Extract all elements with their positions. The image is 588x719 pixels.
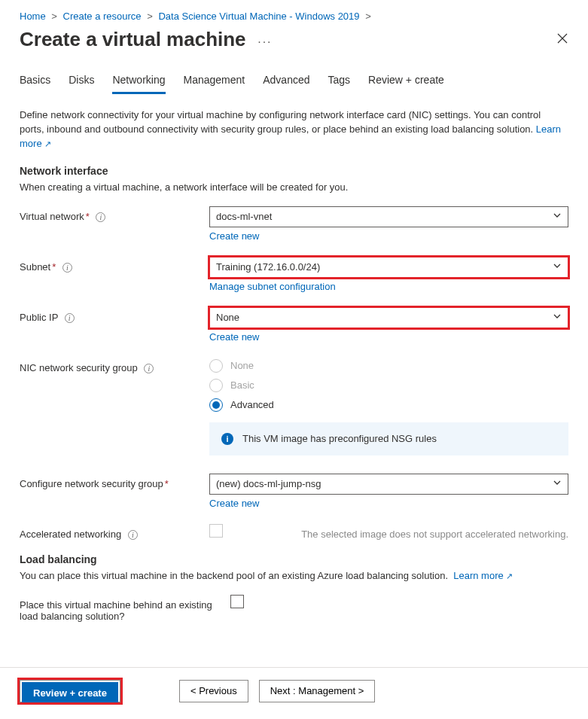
info-icon[interactable]: i <box>128 530 138 540</box>
radio-icon <box>209 379 223 392</box>
section-network-interface-sub: When creating a virtual machine, a netwo… <box>20 181 568 193</box>
cfg-nsg-label: Configure network security group* <box>20 474 209 489</box>
breadcrumb-sep: > <box>147 11 153 22</box>
vnet-label: Virtual network* i <box>20 206 209 222</box>
radio-icon <box>209 398 223 412</box>
external-link-icon: ↗ <box>506 571 513 580</box>
review-create-button[interactable]: Review + create <box>22 682 118 705</box>
accel-checkbox <box>209 524 223 538</box>
info-icon[interactable]: i <box>62 263 72 273</box>
section-network-interface-title: Network interface <box>20 165 568 177</box>
nsg-info-box: i This VM image has preconfigured NSG ru… <box>209 422 568 455</box>
tabs: Basics Disks Networking Management Advan… <box>20 74 568 95</box>
review-create-highlight: Review + create <box>20 680 120 702</box>
lb-checkbox[interactable] <box>230 595 244 608</box>
pip-label: Public IP i <box>20 307 209 323</box>
section-load-balancing-sub: You can place this virtual machine in th… <box>20 570 568 581</box>
nsg-radio-none: None <box>209 359 568 373</box>
radio-icon <box>209 359 223 373</box>
footer-bar: Review + create < Previous Next : Manage… <box>0 667 588 714</box>
tab-advanced[interactable]: Advanced <box>263 74 309 94</box>
tab-basics[interactable]: Basics <box>20 74 50 94</box>
cfg-nsg-select[interactable]: (new) docs-ml-jump-nsg <box>209 474 568 495</box>
chevron-down-icon <box>553 478 562 489</box>
lb-learn-more-link[interactable]: Learn more↗ <box>453 570 512 581</box>
nsg-info-text: This VM image has preconfigured NSG rule… <box>242 433 437 444</box>
info-icon[interactable]: i <box>96 212 105 222</box>
close-button[interactable] <box>556 32 568 47</box>
breadcrumb: Home > Create a resource > Data Science … <box>20 11 568 22</box>
external-link-icon: ↗ <box>44 139 51 148</box>
info-icon[interactable]: i <box>65 313 75 323</box>
pip-create-new-link[interactable]: Create new <box>209 331 259 343</box>
subnet-manage-link[interactable]: Manage subnet configuration <box>209 281 336 292</box>
subnet-select[interactable]: Training (172.16.0.0/24) <box>209 257 568 278</box>
tab-management[interactable]: Management <box>184 74 245 94</box>
subnet-label: Subnet* i <box>20 257 209 273</box>
info-circle-icon: i <box>221 433 233 445</box>
lb-field-label: Place this virtual machine behind an exi… <box>20 595 230 622</box>
accel-helper-text: The selected image does not support acce… <box>223 529 568 540</box>
tab-review-create[interactable]: Review + create <box>368 74 444 94</box>
chevron-down-icon <box>553 261 562 273</box>
vnet-value: docs-ml-vnet <box>216 211 272 222</box>
cfg-nsg-value: (new) docs-ml-jump-nsg <box>216 478 321 489</box>
next-button[interactable]: Next : Management > <box>259 680 376 702</box>
nsg-label: NIC network security group i <box>20 358 209 373</box>
section-load-balancing-title: Load balancing <box>20 553 568 565</box>
tab-networking[interactable]: Networking <box>112 74 165 94</box>
chevron-down-icon <box>553 312 562 323</box>
intro-text: Define network connectivity for your vir… <box>20 108 562 151</box>
cfg-nsg-create-new-link[interactable]: Create new <box>209 498 259 509</box>
vnet-select[interactable]: docs-ml-vnet <box>209 206 568 227</box>
pip-select[interactable]: None <box>209 307 568 328</box>
tab-tags[interactable]: Tags <box>328 74 351 94</box>
breadcrumb-home[interactable]: Home <box>20 11 46 22</box>
vnet-create-new-link[interactable]: Create new <box>209 230 259 242</box>
more-menu-icon[interactable]: ··· <box>257 35 272 48</box>
previous-button[interactable]: < Previous <box>179 680 248 702</box>
breadcrumb-dsvm[interactable]: Data Science Virtual Machine - Windows 2… <box>158 11 359 22</box>
page-title: Create a virtual machine <box>20 28 246 51</box>
info-icon[interactable]: i <box>144 364 154 373</box>
breadcrumb-sep: > <box>51 11 57 22</box>
chevron-down-icon <box>553 211 562 222</box>
subnet-value: Training (172.16.0.0/24) <box>216 261 320 273</box>
breadcrumb-sep: > <box>365 11 371 22</box>
pip-value: None <box>216 312 239 323</box>
breadcrumb-create-resource[interactable]: Create a resource <box>63 11 142 22</box>
nsg-radio-basic: Basic <box>209 379 568 392</box>
tab-disks[interactable]: Disks <box>69 74 94 94</box>
nsg-radio-advanced[interactable]: Advanced <box>209 398 568 412</box>
accel-label: Accelerated networking i <box>20 524 209 540</box>
